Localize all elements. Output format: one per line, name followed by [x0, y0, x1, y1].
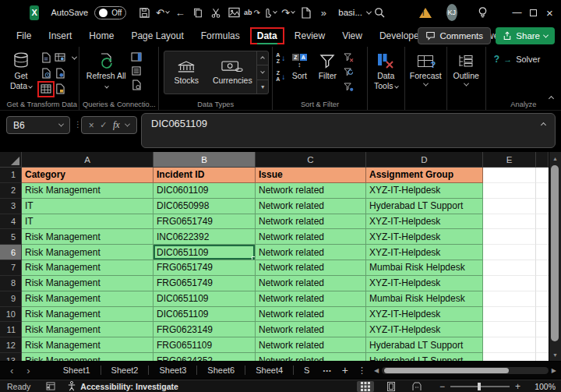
- name-box[interactable]: B6: [6, 116, 70, 134]
- vertical-scroll-thumb[interactable]: [551, 165, 559, 341]
- cell-C11[interactable]: Network related: [256, 322, 366, 337]
- paste-picture-button[interactable]: [225, 3, 242, 22]
- cell-F5[interactable]: [536, 229, 549, 245]
- autosave-toggle[interactable]: Off: [94, 6, 126, 19]
- from-workbook-button[interactable]: [53, 83, 67, 96]
- cell-A11[interactable]: Risk Management: [22, 322, 153, 337]
- tab-file[interactable]: File: [8, 27, 40, 44]
- record-macro-button[interactable]: [46, 382, 55, 390]
- cell-E13[interactable]: [483, 353, 536, 361]
- cell-A2[interactable]: Risk Management: [22, 183, 153, 199]
- select-all-button[interactable]: [0, 152, 22, 168]
- close-button[interactable]: ×: [542, 2, 558, 23]
- undo-button[interactable]: ↶: [153, 3, 171, 22]
- cell-B10[interactable]: DIC0651109: [153, 307, 256, 323]
- scroll-down-button[interactable]: ▼: [549, 349, 561, 360]
- cancel-entry-button[interactable]: ×: [89, 120, 94, 131]
- cell-A1[interactable]: Category: [22, 168, 153, 183]
- cell-D1[interactable]: Assignment Group: [366, 168, 483, 183]
- gallery-scroll-down[interactable]: [257, 65, 268, 79]
- formula-input[interactable]: DIC0651109: [141, 113, 556, 148]
- cell-F3[interactable]: [536, 199, 549, 214]
- row-header-11[interactable]: 11: [0, 322, 22, 337]
- row-header-7[interactable]: 7: [0, 260, 22, 276]
- cell-A8[interactable]: Risk Management: [22, 276, 153, 291]
- cell-F9[interactable]: [536, 291, 549, 307]
- redo-button[interactable]: ↷: [279, 3, 296, 22]
- cell-D2[interactable]: XYZ-IT-Helpdesk: [366, 183, 483, 199]
- page-break-view-button[interactable]: [408, 381, 425, 392]
- row-header-13[interactable]: 13: [0, 353, 22, 361]
- cell-D7[interactable]: Mumbai Risk Helpdesk: [366, 260, 483, 276]
- cell-B4[interactable]: FRG0651749: [153, 214, 256, 230]
- from-text-button[interactable]: [39, 51, 53, 65]
- cell-C8[interactable]: Network related: [256, 276, 366, 291]
- cell-A7[interactable]: Risk Management: [22, 260, 153, 276]
- workbook-links-button[interactable]: [129, 78, 143, 91]
- previous-sheet-button[interactable]: ‹: [10, 365, 13, 376]
- cell-E8[interactable]: [483, 276, 536, 291]
- from-table-range-button[interactable]: [39, 83, 53, 96]
- confirm-entry-button[interactable]: ✓: [100, 120, 107, 130]
- share-button[interactable]: Share: [496, 27, 555, 44]
- row-header-1[interactable]: 1: [0, 168, 22, 183]
- cell-F8[interactable]: [536, 276, 549, 291]
- qat-overflow-button[interactable]: »: [315, 3, 332, 22]
- cell-B8[interactable]: FRG0651749: [153, 276, 256, 291]
- zoom-out-button[interactable]: −: [439, 381, 445, 392]
- document-title[interactable]: basi...: [338, 8, 371, 17]
- back-button[interactable]: ←: [171, 3, 189, 22]
- solver-button[interactable]: ? → Solver: [486, 49, 541, 65]
- cell-A9[interactable]: Risk Management: [22, 291, 153, 307]
- cell-A6[interactable]: Risk Management: [22, 245, 153, 260]
- collapse-formula-bar-icon[interactable]: [541, 122, 546, 128]
- outline-button[interactable]: Outline: [447, 49, 485, 87]
- cell-C4[interactable]: Network related: [256, 214, 366, 230]
- horizontal-scroll-track[interactable]: [382, 367, 549, 374]
- row-header-9[interactable]: 9: [0, 291, 22, 307]
- tab-formulas[interactable]: Formulas: [192, 27, 249, 44]
- search-button[interactable]: [371, 3, 388, 22]
- tab-view[interactable]: View: [333, 27, 371, 44]
- column-header-B[interactable]: B: [153, 152, 256, 168]
- cell-D9[interactable]: Mumbai Risk Helpdesk: [366, 291, 483, 307]
- cell-A5[interactable]: Risk Management: [22, 229, 153, 245]
- tab-home[interactable]: Home: [80, 27, 122, 44]
- cell-E3[interactable]: [483, 199, 536, 214]
- normal-view-button[interactable]: [357, 381, 374, 392]
- cell-D8[interactable]: XYZ-IT-Helpdesk: [366, 276, 483, 291]
- cell-C3[interactable]: Network related: [256, 199, 366, 214]
- cell-B12[interactable]: FRG0651109: [153, 337, 256, 353]
- cell-C9[interactable]: Network related: [256, 291, 366, 307]
- cell-E5[interactable]: [483, 229, 536, 245]
- advanced-filter-button[interactable]: [341, 80, 355, 94]
- reapply-filter-button[interactable]: [341, 65, 355, 79]
- gallery-scroll-up[interactable]: [257, 51, 268, 65]
- next-sheet-button[interactable]: ›: [26, 365, 30, 376]
- sheet-options-button[interactable]: ⋮: [358, 366, 366, 376]
- insert-function-button[interactable]: fx: [113, 119, 120, 131]
- cell-F10[interactable]: [536, 307, 549, 323]
- zoom-slider[interactable]: [450, 386, 510, 387]
- cell-E11[interactable]: [483, 322, 536, 337]
- column-header-E[interactable]: E: [483, 152, 536, 168]
- accessibility-status[interactable]: Accessibility: Investigate: [67, 381, 178, 391]
- zoom-level[interactable]: 100%: [526, 382, 556, 391]
- sheet-tab-sheet2[interactable]: Sheet2: [101, 366, 149, 375]
- row-header-6[interactable]: 6: [0, 245, 22, 260]
- row-header-10[interactable]: 10: [0, 307, 22, 323]
- cell-E4[interactable]: [483, 214, 536, 230]
- sheet-tab-sheet4[interactable]: Sheet4: [245, 366, 293, 375]
- stocks-button[interactable]: Stocks: [164, 51, 208, 94]
- sort-ascending-button[interactable]: AZ ↓: [276, 52, 285, 64]
- row-header-8[interactable]: 8: [0, 276, 22, 291]
- cell-E1[interactable]: [483, 168, 536, 183]
- cell-D3[interactable]: Hyderabad LT Support: [366, 199, 483, 214]
- forecast-button[interactable]: ? Forecast: [405, 49, 446, 87]
- cut-button[interactable]: [207, 3, 224, 22]
- tab-page-layout[interactable]: Page Layout: [122, 27, 192, 44]
- minimize-button[interactable]: —: [509, 2, 525, 23]
- cell-E9[interactable]: [483, 291, 536, 307]
- horizontal-scrollbar[interactable]: ◀ ▶: [374, 367, 556, 374]
- collapse-ribbon-button[interactable]: [549, 90, 553, 104]
